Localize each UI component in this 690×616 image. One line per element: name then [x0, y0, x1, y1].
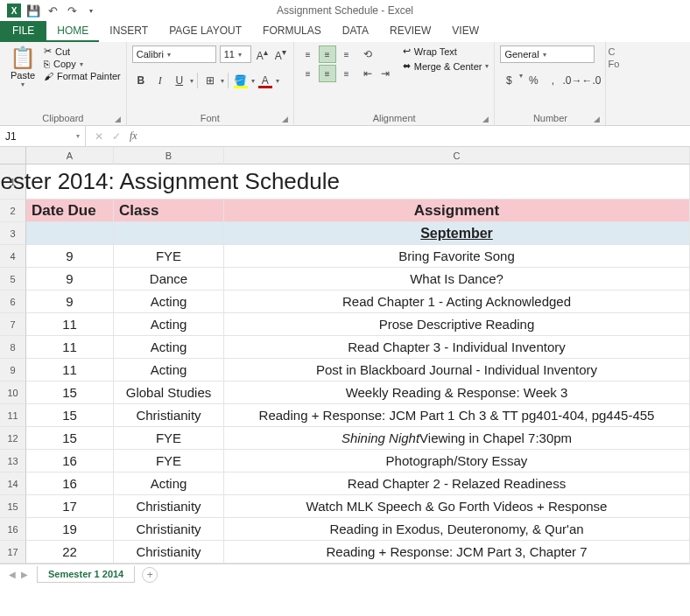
- save-icon[interactable]: 💾: [26, 4, 40, 18]
- column-header[interactable]: B: [114, 147, 224, 164]
- fill-dropdown-icon[interactable]: ▾: [251, 77, 255, 85]
- decrease-indent-icon[interactable]: ⇤: [359, 65, 377, 82]
- cell[interactable]: Acting: [114, 336, 224, 359]
- cell[interactable]: Post in Blackboard Journal - Individual …: [224, 359, 690, 382]
- row-header[interactable]: 7: [0, 313, 26, 336]
- cell[interactable]: Watch MLK Speech & Go Forth Videos + Res…: [224, 495, 690, 518]
- align-right-icon[interactable]: ≡: [338, 65, 356, 82]
- row-header[interactable]: 5: [0, 268, 26, 290]
- increase-indent-icon[interactable]: ⇥: [377, 65, 394, 82]
- number-dialog-launcher-icon[interactable]: ◢: [594, 115, 600, 123]
- redo-icon[interactable]: ↷: [65, 4, 79, 18]
- cell[interactable]: Assignment: [224, 200, 690, 222]
- row-header[interactable]: 9: [0, 359, 26, 382]
- cell[interactable]: 15: [26, 427, 114, 450]
- format-painter-button[interactable]: 🖌Format Painter: [44, 71, 121, 81]
- cell[interactable]: 19: [26, 518, 114, 541]
- title-cell[interactable]: Fall Semester 2014: Assignment Schedule: [114, 164, 224, 200]
- cell[interactable]: Acting: [114, 313, 224, 336]
- row-header[interactable]: 11: [0, 404, 26, 427]
- tab-view[interactable]: VIEW: [441, 21, 489, 42]
- cell[interactable]: [114, 222, 224, 245]
- cell[interactable]: 11: [26, 359, 114, 382]
- cell[interactable]: Read Chapter 2 - Relazed Readiness: [224, 472, 690, 495]
- column-header[interactable]: C: [224, 147, 690, 164]
- cell[interactable]: Christianity: [114, 518, 224, 541]
- insert-function-icon[interactable]: fx: [130, 130, 137, 143]
- cell[interactable]: 11: [26, 313, 114, 336]
- column-header[interactable]: A: [26, 147, 114, 164]
- row-header[interactable]: 2: [0, 200, 26, 222]
- orientation-icon[interactable]: ⟲: [359, 46, 377, 63]
- row-header[interactable]: 12: [0, 427, 26, 450]
- increase-decimal-icon[interactable]: .0→: [563, 72, 581, 89]
- tab-page-layout[interactable]: PAGE LAYOUT: [158, 21, 252, 42]
- fill-color-button[interactable]: 🪣: [232, 72, 250, 89]
- align-middle-icon[interactable]: ≡: [319, 46, 336, 63]
- accounting-format-icon[interactable]: $: [500, 72, 518, 89]
- cell[interactable]: Prose Descriptive Reading: [224, 313, 690, 336]
- cell[interactable]: Class: [114, 200, 224, 222]
- cancel-formula-icon[interactable]: ✕: [95, 130, 103, 143]
- select-all-corner[interactable]: [0, 147, 26, 164]
- align-bottom-icon[interactable]: ≡: [338, 46, 356, 63]
- wrap-text-button[interactable]: ↩Wrap Text: [403, 46, 489, 57]
- row-header[interactable]: 6: [0, 290, 26, 313]
- sheet-nav-prev-icon[interactable]: ◀: [9, 570, 16, 579]
- cell[interactable]: Reading + Response: JCM Part 3, Chapter …: [224, 541, 690, 564]
- cell[interactable]: Shining Night Viewing in Chapel 7:30pm: [224, 427, 690, 450]
- bold-button[interactable]: B: [132, 72, 150, 89]
- copy-button[interactable]: ⎘Copy▾: [44, 59, 121, 69]
- cell[interactable]: 22: [26, 541, 114, 564]
- cell[interactable]: 17: [26, 495, 114, 518]
- underline-button[interactable]: U: [171, 72, 188, 89]
- clipboard-dialog-launcher-icon[interactable]: ◢: [115, 115, 121, 123]
- row-header[interactable]: 4: [0, 245, 26, 268]
- qat-customize-icon[interactable]: ▾: [84, 4, 98, 18]
- alignment-dialog-launcher-icon[interactable]: ◢: [482, 115, 489, 123]
- cell[interactable]: Christianity: [114, 495, 224, 518]
- row-header[interactable]: 14: [0, 472, 26, 495]
- cell[interactable]: September: [224, 222, 690, 245]
- cell[interactable]: [224, 164, 690, 200]
- cell[interactable]: 11: [26, 336, 114, 359]
- tab-insert[interactable]: INSERT: [99, 21, 158, 42]
- shrink-font-icon[interactable]: A▾: [273, 47, 288, 62]
- enter-formula-icon[interactable]: ✓: [112, 130, 121, 143]
- cell[interactable]: [26, 222, 114, 245]
- worksheet-grid[interactable]: 1 2 3 4567891011121314151617 A B C Fall …: [0, 147, 690, 564]
- cell[interactable]: Christianity: [114, 541, 224, 564]
- merge-dropdown-icon[interactable]: ▾: [485, 62, 489, 70]
- name-box[interactable]: J1▾: [0, 126, 86, 146]
- cell[interactable]: Reading in Exodus, Deuteronomy, & Qur'an: [224, 518, 690, 541]
- align-left-icon[interactable]: ≡: [299, 65, 317, 82]
- tab-data[interactable]: DATA: [332, 21, 379, 42]
- decrease-decimal-icon[interactable]: ←.0: [582, 72, 600, 89]
- percent-format-icon[interactable]: %: [525, 72, 542, 89]
- cell[interactable]: FYE: [114, 245, 224, 268]
- cell[interactable]: Acting: [114, 472, 224, 495]
- cell[interactable]: Reading + Response: JCM Part 1 Ch 3 & TT…: [224, 404, 690, 427]
- cell[interactable]: FYE: [114, 427, 224, 450]
- row-header[interactable]: 3: [0, 222, 26, 245]
- cell[interactable]: 9: [26, 268, 114, 290]
- undo-icon[interactable]: ↶: [46, 4, 60, 18]
- number-format-combo[interactable]: General▾: [500, 46, 595, 63]
- row-header[interactable]: 17: [0, 541, 26, 564]
- cell[interactable]: Bring Favorite Song: [224, 245, 690, 268]
- row-header[interactable]: 8: [0, 336, 26, 359]
- font-color-button[interactable]: A: [257, 72, 274, 89]
- cell[interactable]: Acting: [114, 359, 224, 382]
- cell[interactable]: Read Chapter 3 - Individual Inventory: [224, 336, 690, 359]
- paste-button[interactable]: 📋 Paste ▾: [5, 46, 40, 111]
- tab-file[interactable]: FILE: [0, 21, 46, 42]
- cell[interactable]: 16: [26, 450, 114, 472]
- cell[interactable]: 16: [26, 472, 114, 495]
- borders-button[interactable]: ⊞: [201, 72, 219, 89]
- cut-button[interactable]: ✂Cut: [44, 46, 121, 57]
- accounting-dropdown-icon[interactable]: ▾: [519, 72, 523, 89]
- cell[interactable]: Christianity: [114, 404, 224, 427]
- merge-center-button[interactable]: ⬌Merge & Center▾: [403, 60, 489, 72]
- comma-format-icon[interactable]: ,: [544, 72, 561, 89]
- new-sheet-button[interactable]: +: [142, 567, 158, 583]
